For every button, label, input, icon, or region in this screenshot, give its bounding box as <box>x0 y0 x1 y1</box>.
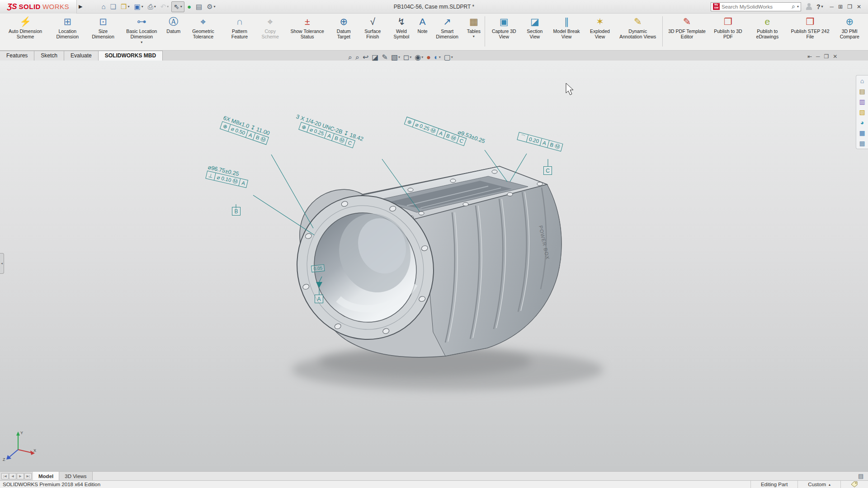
fcf-datum-ref: C <box>345 138 355 147</box>
ribbon-button-label: Basic Location Dimension <box>121 28 162 40</box>
tab-evaluate[interactable]: Evaluate <box>64 51 99 61</box>
ribbon-button-surface-finish[interactable]: √Surface Finish <box>358 14 387 50</box>
quickbar-rebuild-traffic-light-button[interactable]: ● <box>185 2 193 12</box>
mouse-cursor <box>566 83 573 95</box>
hide-show-items-button[interactable]: ◉▾ <box>415 53 423 61</box>
zoom-to-area-button[interactable]: ⌕ <box>355 53 359 61</box>
ribbon-button-pattern-feature[interactable]: ∩Pattern Feature <box>224 14 256 50</box>
quickbar-print-button[interactable]: ⎙▾ <box>146 2 158 12</box>
ribbon-button-size-dimension[interactable]: ⊡Size Dimension <box>87 14 119 50</box>
ribbon-button-basic-location-dimension[interactable]: ⊶Basic Location Dimension▾ <box>119 14 164 50</box>
minimize-document-icon[interactable]: ─ <box>816 53 820 60</box>
user-account-icon[interactable] <box>806 3 812 10</box>
ribbon-button-dynamic-annotation-views[interactable]: ✎Dynamic Annotation Views <box>615 14 660 50</box>
ribbon-button-publish-to-edrawings[interactable]: ePublish to eDrawings <box>746 14 788 50</box>
dock-pane-icon[interactable]: ⇤ <box>807 53 812 60</box>
quickbar-undo-button[interactable]: ↶▾ <box>159 2 171 12</box>
apply-scene-button[interactable]: ◐▾ <box>434 53 441 61</box>
close-document-icon[interactable]: ✕ <box>833 53 837 60</box>
ribbon-button-copy-scheme[interactable]: ⌖Copy Scheme <box>255 14 285 50</box>
display-style-button[interactable]: ◻▾ <box>403 53 411 61</box>
design-library-icon[interactable]: ▥ <box>859 98 865 105</box>
3d-pdf-template-editor-icon: ✎ <box>683 15 691 28</box>
help-button[interactable]: ? ▾ <box>816 3 823 10</box>
ribbon-button-weld-symbol[interactable]: ↯Weld Symbol <box>387 14 415 50</box>
configuration-selector[interactable]: Custom ▴ <box>797 481 840 488</box>
quickbar-save-button[interactable]: ▣▾ <box>132 2 145 12</box>
ribbon-button-exploded-view[interactable]: ✶Exploded View <box>585 14 615 50</box>
ribbon-button-publish-to-3d-pdf[interactable]: ❐Publish to 3D PDF <box>710 14 747 50</box>
datum-c-box[interactable]: C <box>543 166 552 175</box>
close-icon[interactable]: ✕ <box>854 4 863 10</box>
appearances-scenes-icon[interactable]: ◕ <box>860 119 864 126</box>
ribbon-button-section-view[interactable]: ◪Section View <box>521 14 548 50</box>
sheet-nav-button-2[interactable]: ▶ <box>17 473 24 479</box>
quickbar-open-document-button[interactable]: ❒▾ <box>119 2 131 12</box>
ribbon-button-label: Pattern Feature <box>226 28 254 40</box>
search-icon[interactable]: ⌕ <box>792 3 795 10</box>
caret-down-icon: ▾ <box>154 5 156 9</box>
ribbon-button-3d-pdf-template-editor[interactable]: ✎3D PDF Template Editor <box>665 14 710 50</box>
annotation-small-tolerance[interactable]: 0.05 <box>311 264 325 272</box>
view-orientation-button[interactable]: ▧▾ <box>391 53 400 61</box>
custom-properties-icon[interactable]: ▦ <box>859 129 865 136</box>
ribbon-button-datum-target[interactable]: ⊕Datum Target <box>330 14 358 50</box>
ribbon-button-location-dimension[interactable]: ⊞Location Dimension <box>48 14 87 50</box>
sheet-nav-button-3[interactable]: ▶| <box>24 473 32 479</box>
search-box[interactable]: My SW ⌕ ▾ <box>711 2 801 11</box>
ribbon-button-publish-step-242-file[interactable]: ❒Publish STEP 242 File <box>788 14 832 50</box>
solidworks-resources-icon[interactable]: ▤ <box>859 88 865 95</box>
datum-a-box[interactable]: A <box>315 295 323 303</box>
quickbar-home-button[interactable]: ⌂ <box>99 2 107 12</box>
datum-b-box[interactable]: B <box>232 207 241 216</box>
graphics-viewport[interactable]: POWER BOX Y X Z <box>0 61 868 471</box>
tab-solidworks-mbd[interactable]: SOLIDWORKS MBD <box>98 51 163 61</box>
maximize-icon[interactable]: ⊞ <box>836 4 845 10</box>
tab-3d-views[interactable]: 3D Views <box>59 472 92 480</box>
view-settings-button[interactable]: ▢▾ <box>444 53 453 61</box>
ribbon-button-smart-dimension[interactable]: ↗Smart Dimension <box>430 14 465 50</box>
quickbar-options-button[interactable]: ⚙▾ <box>205 2 217 12</box>
ribbon-button-tables[interactable]: ▦Tables▾ <box>465 14 483 50</box>
dynamic-annotation-views-icon: ✎ <box>634 15 642 28</box>
ribbon-button-datum[interactable]: ⒶDatum <box>164 14 183 50</box>
search-input[interactable] <box>722 4 790 9</box>
menu-expand-arrow-icon[interactable]: ▶ <box>77 4 86 9</box>
cascade-icon[interactable]: ❐ <box>845 4 854 10</box>
quickbar-new-document-button[interactable]: ❏ <box>108 2 118 12</box>
sheet-nav-button-1[interactable]: ◀ <box>9 473 16 479</box>
ribbon-button-auto-dimension-scheme[interactable]: ⚡Auto Dimension Scheme <box>3 14 48 50</box>
quickbar-select-button[interactable]: ⇖▾ <box>171 1 184 12</box>
minimize-icon[interactable]: ─ <box>828 4 836 10</box>
zoom-to-fit-button[interactable]: ⌕ <box>348 53 352 61</box>
ribbon-button-geometric-tolerance[interactable]: ⌖Geometric Tolerance <box>183 14 223 50</box>
previous-view-button[interactable]: ↩ <box>363 53 368 61</box>
ribbon-button-label: Model Break View <box>551 28 582 40</box>
forum-icon[interactable]: ▩ <box>859 140 865 147</box>
quickbar-file-properties-button[interactable]: ▤ <box>194 2 204 12</box>
tab-features[interactable]: Features <box>0 51 34 61</box>
ribbon-button-show-tolerance-status[interactable]: ±Show Tolerance Status <box>285 14 330 50</box>
dynamic-annotation-views-button[interactable]: ✎ <box>382 53 387 61</box>
search-caret-icon[interactable]: ▾ <box>797 5 799 9</box>
edit-appearance-button[interactable]: ● <box>426 53 431 61</box>
sheet-nav-button-0[interactable]: |◀ <box>1 473 9 479</box>
file-explorer-icon[interactable]: ▧ <box>859 108 865 116</box>
save-icon: ▣ <box>134 3 140 11</box>
tab-sketch[interactable]: Sketch <box>34 51 64 61</box>
ribbon-button-model-break-view[interactable]: ∥Model Break View <box>548 14 585 50</box>
status-right: Editing Part Custom ▴ <box>750 481 868 488</box>
ribbon-button-3d-pmi-compare[interactable]: ⊕3D PMI Compare <box>832 14 867 50</box>
task-pane-toggle-icon[interactable]: ▤ <box>858 473 863 479</box>
ribbon-button-label: Exploded View <box>587 28 613 40</box>
copy-scheme-icon: ⌖ <box>268 15 273 28</box>
feature-manager-collapse-tab[interactable]: ◂ <box>0 253 4 274</box>
edition-label: SOLIDWORKS Premium 2018 x64 Edition <box>0 482 100 487</box>
ribbon-button-capture-3d-view[interactable]: ▣Capture 3D View <box>487 14 521 50</box>
section-view-button[interactable]: ◪ <box>372 53 378 61</box>
home-icon[interactable]: ⌂ <box>860 77 864 84</box>
custom-properties-tag[interactable] <box>840 481 868 488</box>
restore-document-icon[interactable]: ❐ <box>824 53 829 60</box>
tab-model[interactable]: Model <box>33 472 59 480</box>
ribbon-button-note[interactable]: ANote <box>415 14 430 50</box>
